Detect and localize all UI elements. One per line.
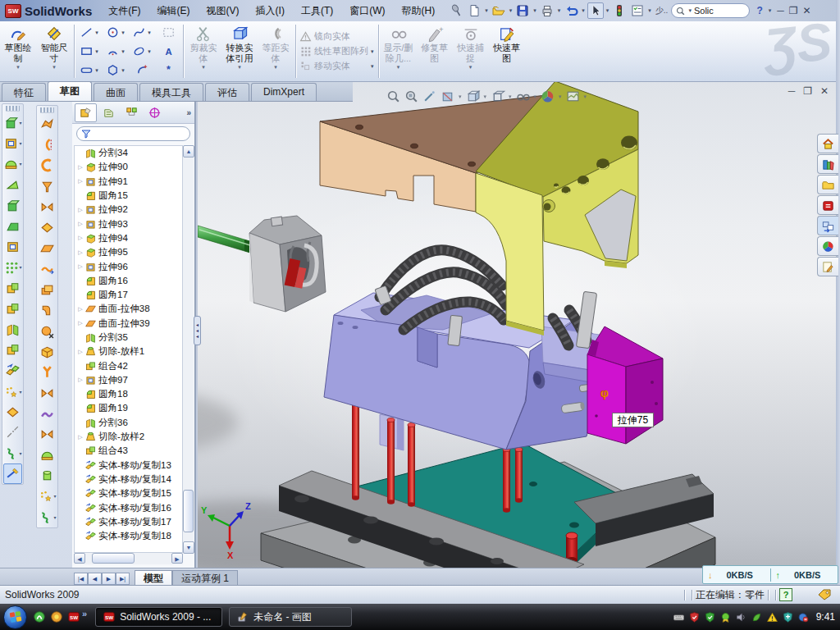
sketch-tool-textA[interactable]: A [155,42,181,61]
menu-v[interactable]: 视图(V) [199,0,248,21]
tree-item[interactable]: ▷拉伸93 [75,217,182,231]
menu-i[interactable]: 插入(I) [248,0,293,21]
tree-item[interactable]: 实体-移动/复制18 [75,529,182,543]
splitter-handle[interactable]: ◂◂◂ [194,316,201,345]
defender-tray-icon[interactable] [782,611,794,623]
tree-item[interactable]: 实体-移动/复制14 [75,472,182,486]
hole-wizard-button[interactable] [2,236,23,257]
sketch-tool-line[interactable]: ▾ [76,23,103,42]
tab-曲面[interactable]: 曲面 [94,83,138,101]
tree-item[interactable]: ▷拉伸97 [75,373,182,387]
menu-pin-icon[interactable] [448,2,464,19]
sketch-tool-slot[interactable]: ▾ [76,61,103,80]
select-dropdown[interactable]: ▾ [606,7,609,14]
plane-button[interactable] [2,402,23,422]
ribbon-button-1[interactable]: 智能尺寸▾ [36,21,72,81]
tab-特征[interactable]: 特征 [2,83,46,101]
tree-item[interactable]: ▷拉伸91 [75,175,182,189]
appearances-button[interactable] [540,89,555,104]
print-button[interactable] [539,2,555,19]
tree-item[interactable]: ▷拉伸94 [75,231,182,245]
configuration-manager-tab[interactable] [121,103,143,122]
boundary2-button[interactable] [37,382,57,403]
deform-button[interactable] [37,424,57,445]
quick-launch-chevron[interactable]: » [82,609,87,619]
fillet-button[interactable]: ▾ [2,153,23,174]
green-utility-tray-icon[interactable] [751,611,763,623]
new-document-button[interactable] [466,2,482,19]
exploded-mold-assembly[interactable]: φXYZ [198,82,836,568]
sketch-tool-spline[interactable]: ▾ [129,23,155,42]
zoom-fit-button[interactable] [386,89,401,104]
extruded-boss-button[interactable]: ▾ [2,112,23,133]
tree-item[interactable]: ▷曲面-拉伸38 [75,302,182,316]
move-copy-button[interactable] [2,360,23,381]
save-button[interactable] [514,2,531,19]
tree-item[interactable]: 实体-移动/复制16 [75,500,182,514]
ribbon-list-镜向实体[interactable]: 镜向实体 [299,30,375,43]
flex-button[interactable] [37,404,57,424]
tree-item[interactable]: 分割36 [75,416,182,430]
security-tray-icon[interactable] [704,611,716,623]
undo-button[interactable] [563,2,579,19]
tree-item[interactable]: 实体-移动/复制17 [75,515,182,529]
tree-item[interactable]: 实体-移动/复制15 [75,486,182,500]
bend-button[interactable] [37,300,57,321]
tree-item[interactable]: 圆角15 [75,189,182,203]
ribbon-mid-0[interactable]: 剪裁实体▾ [185,21,221,81]
surface-sheet-button[interactable] [37,217,57,238]
search-input[interactable]: ▾Solic [671,3,750,18]
ribbon-right-2[interactable]: 快速捕捉▾ [453,21,489,81]
menu-e[interactable]: 编辑(E) [149,0,199,21]
menu-w[interactable]: 窗口(W) [341,0,393,21]
ribbon-button-0[interactable]: 草图绘制▾ [0,21,36,81]
display-style-button[interactable] [490,89,505,104]
tree-horizontal-scrollbar[interactable]: ◀▶ [74,552,183,564]
ribbon-right-1[interactable]: +修复草图 [417,21,453,81]
replace-face-button[interactable] [37,465,57,486]
messenger-icon[interactable] [32,610,46,624]
sketch-tool-selbox[interactable] [155,23,181,42]
loft-button[interactable] [37,176,57,197]
sketch-tool-circle[interactable]: ▾ [103,23,129,42]
pattern-button[interactable]: ▾ [2,257,23,277]
tree-item[interactable]: 组合42 [75,358,182,372]
keyboard-tray-icon[interactable] [673,611,685,623]
tree-item[interactable]: ▷拉伸95 [75,245,182,259]
vcr-button-0[interactable]: |◀ [74,573,88,585]
file-explorer-tab[interactable] [817,175,838,194]
axis-button[interactable] [2,422,23,443]
menu-f[interactable]: 文件(F) [100,0,148,21]
launcher-icon[interactable] [49,610,63,624]
tree-item[interactable]: 圆角18 [75,387,182,401]
shell-button[interactable] [2,195,23,216]
curve-tools-button[interactable]: ▾ [37,486,57,506]
vcr-button-3[interactable]: ▶| [116,573,130,585]
ribbon-list-线性草图阵列[interactable]: 线性草图阵列▾ [299,45,375,57]
tab-草图[interactable]: 草图 [48,81,92,101]
magic-wand-button[interactable] [422,89,437,104]
design-library-tab[interactable] [817,154,838,174]
tab-模具工具[interactable]: 模具工具 [139,83,203,101]
volume-tray-icon[interactable] [735,611,747,623]
mirror-button[interactable] [2,278,23,299]
delete-face-button[interactable] [37,321,57,341]
spline-tool-button[interactable]: ▾ [2,443,23,463]
cut-revolve-button[interactable] [37,155,57,176]
tree-filter-input[interactable] [76,126,190,141]
new-document-button-dropdown[interactable]: ▾ [485,7,488,14]
print-button-dropdown[interactable]: ▾ [558,7,561,14]
ribbon-mid-1[interactable]: 转换实体引用▾ [221,21,258,81]
tree-item[interactable]: ▷曲面-拉伸39 [75,317,182,331]
tag-icon[interactable] [817,589,832,600]
draft-button[interactable] [2,216,23,236]
doc-minimize-button[interactable]: ─ [788,85,796,97]
quick-tips-icon[interactable]: ? [779,588,792,601]
doc-close-button[interactable]: ✕ [820,85,829,97]
appearances-scenes-tab[interactable] [817,236,838,256]
tree-item[interactable]: ▷拉伸92 [75,203,182,217]
curve-button[interactable]: ▾ [2,381,23,401]
tree-item[interactable]: ▷切除-放样2 [75,430,182,444]
tree-tabs-overflow[interactable]: » [186,108,191,117]
sketch-tool-point[interactable]: * [155,61,181,80]
